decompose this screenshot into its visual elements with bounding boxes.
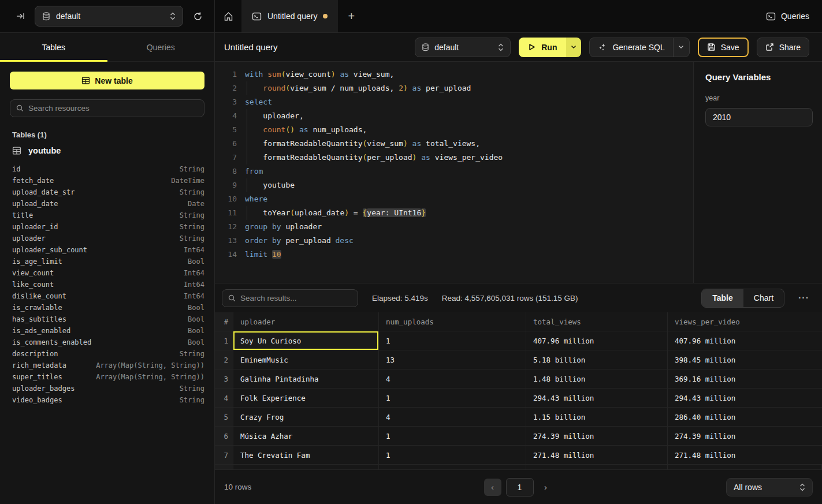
column-name: video_badges	[12, 396, 62, 404]
tab-untitled-query[interactable]: Untitled query	[241, 0, 338, 32]
collapse-sidebar-icon[interactable]	[12, 8, 29, 25]
results-cell[interactable]: 271.48 million	[668, 446, 822, 464]
row-count: 10 rows	[224, 483, 251, 491]
page-number-input[interactable]	[506, 478, 534, 496]
home-icon[interactable]	[215, 0, 241, 32]
results-cell[interactable]: Folk Experience	[233, 389, 379, 407]
results-cell[interactable]: 274.39 million	[526, 427, 668, 445]
share-icon	[765, 43, 774, 51]
resource-search[interactable]	[10, 99, 204, 117]
row-number-cell[interactable]: 1	[215, 331, 233, 350]
run-button[interactable]: Run	[519, 38, 581, 57]
floppy-icon	[707, 43, 716, 51]
results-search-input[interactable]	[240, 294, 352, 303]
results-footer: 10 rows ‹ › All rows	[215, 469, 822, 504]
results-header-cell[interactable]: total_views	[526, 312, 668, 331]
line-number: 12	[223, 220, 237, 234]
search-icon	[16, 104, 24, 112]
share-button[interactable]: Share	[757, 38, 809, 57]
view-tab-table[interactable]: Table	[702, 289, 743, 307]
line-number: 6	[223, 137, 237, 151]
view-tab-chart[interactable]: Chart	[743, 289, 784, 307]
row-number-cell[interactable]: 4	[215, 389, 233, 407]
table-item-youtube[interactable]: youtube	[12, 146, 204, 155]
results-cell[interactable]: 1	[379, 427, 526, 445]
results-cell[interactable]: 1	[379, 331, 526, 350]
schema-column-row: dislike_countInt64	[12, 290, 204, 302]
results-search[interactable]	[222, 289, 358, 307]
results-cell[interactable]: 4	[379, 369, 526, 388]
line-number: 1	[223, 68, 237, 81]
generate-sql-main[interactable]: Generate SQL	[590, 43, 672, 52]
toolbar-database-selector[interactable]: default	[415, 38, 511, 57]
search-icon	[228, 294, 236, 302]
code-line: 14limit 10	[223, 248, 693, 262]
results-cell[interactable]: 294.43 million	[668, 389, 822, 407]
tab-tables[interactable]: Tables	[0, 33, 107, 61]
results-more-icon[interactable]: ···	[798, 293, 809, 303]
page-size-selector[interactable]: All rows	[726, 478, 813, 496]
results-cell[interactable]: 271.48 million	[526, 446, 668, 464]
row-number-cell[interactable]: 5	[215, 408, 233, 426]
tab-queries[interactable]: Queries	[107, 33, 215, 61]
results-cell[interactable]: 407.96 million	[668, 331, 822, 350]
results-cell[interactable]: 1.15 billion	[526, 408, 668, 426]
results-cell[interactable]: 4	[379, 408, 526, 426]
results-cell[interactable]: 369.16 million	[668, 369, 822, 388]
run-button-main[interactable]: Run	[519, 38, 566, 57]
results-cell[interactable]: 1	[379, 446, 526, 464]
results-cell[interactable]: 13	[379, 350, 526, 369]
line-number: 4	[223, 109, 237, 123]
queries-button[interactable]: Queries	[766, 12, 809, 21]
results-cell[interactable]: 274.39 million	[668, 427, 822, 445]
generate-sql-button[interactable]: Generate SQL	[589, 38, 689, 57]
results-header-cell[interactable]: uploader	[233, 312, 379, 331]
prev-page-icon[interactable]: ‹	[484, 479, 501, 496]
new-table-button[interactable]: New table	[10, 72, 204, 89]
row-number-cell[interactable]: 7	[215, 446, 233, 464]
results-cell[interactable]: 294.43 million	[526, 389, 668, 407]
code-line: 5 count() as num_uploads,	[223, 123, 693, 137]
code-line: 1with sum(view_count) as view_sum,	[223, 68, 693, 81]
column-name: title	[12, 211, 33, 219]
results-cell[interactable]: 286.40 million	[668, 408, 822, 426]
results-cell[interactable]: Crazy Frog	[233, 408, 379, 426]
line-number: 11	[223, 206, 237, 220]
results-cell[interactable]: EminemMusic	[233, 350, 379, 369]
results-toolbar: Elapsed: 5.419s Read: 4,557,605,031 rows…	[215, 283, 822, 312]
column-type: String	[180, 384, 204, 393]
resource-search-input[interactable]	[28, 104, 198, 113]
sql-editor[interactable]: 1with sum(view_count) as view_sum,2 roun…	[215, 62, 693, 283]
generate-sql-caret[interactable]	[673, 38, 689, 57]
results-cell[interactable]: Música Azhar	[233, 427, 379, 445]
results-cell[interactable]: 5.18 billion	[526, 350, 668, 369]
results-cell[interactable]: 398.45 million	[668, 350, 822, 369]
variable-year-input[interactable]	[705, 108, 813, 126]
new-tab-icon[interactable]: +	[338, 0, 364, 32]
column-type: Date	[188, 200, 204, 208]
results-cell[interactable]: Soy Un Curioso	[233, 331, 379, 350]
results-cell[interactable]: The Crevatin Fam	[233, 446, 379, 464]
results-header-cell[interactable]: num_uploads	[379, 312, 526, 331]
save-button[interactable]: Save	[698, 38, 749, 57]
row-number-cell[interactable]: 6	[215, 427, 233, 445]
column-name: uploader_badges	[12, 384, 75, 393]
results-cell[interactable]: 1	[379, 389, 526, 407]
line-number: 5	[223, 123, 237, 137]
results-cell[interactable]: Galinha Pintadinha	[233, 369, 379, 388]
row-number-cell[interactable]: 3	[215, 369, 233, 388]
results-cell[interactable]: 407.96 million	[526, 331, 668, 350]
refresh-icon[interactable]	[189, 8, 206, 25]
run-options-caret[interactable]	[566, 38, 581, 57]
row-number-cell[interactable]: 2	[215, 350, 233, 369]
database-selector[interactable]: default	[35, 6, 183, 27]
column-name: like_count	[12, 281, 54, 289]
column-name: has_subtitles	[12, 315, 66, 323]
results-cell[interactable]: 1.48 billion	[526, 369, 668, 388]
code-line: 8from	[223, 165, 693, 178]
results-header-cell[interactable]: #	[215, 312, 233, 331]
column-name: uploader_sub_count	[12, 246, 87, 254]
next-page-icon[interactable]: ›	[538, 479, 553, 496]
schema-column-row: is_ads_enabledBool	[12, 325, 204, 337]
results-header-cell[interactable]: views_per_video	[668, 312, 822, 331]
